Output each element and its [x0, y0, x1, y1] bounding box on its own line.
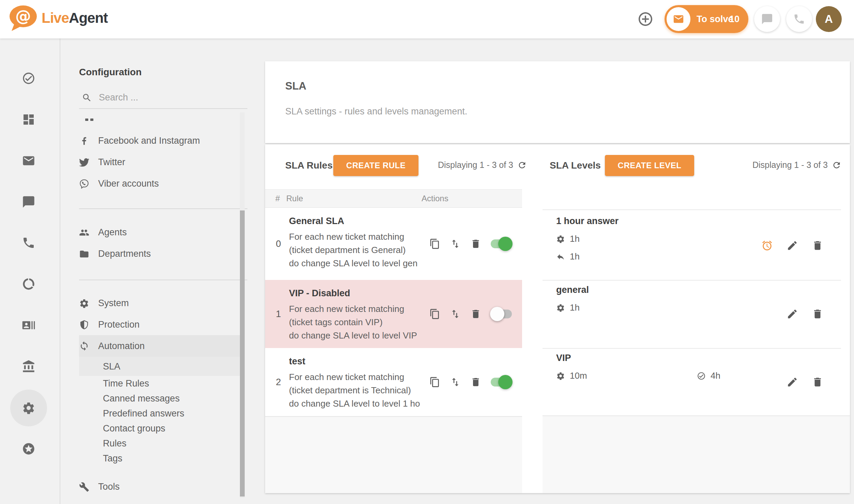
- add-new-button[interactable]: [632, 6, 658, 32]
- sidebar-item-predefined-answers[interactable]: Predefined answers: [79, 406, 240, 421]
- rule-enabled-toggle[interactable]: [491, 310, 512, 318]
- rail-dashboard-icon[interactable]: [22, 113, 35, 126]
- rule-index: 2: [273, 348, 284, 416]
- gear-icon: [556, 372, 565, 380]
- to-solve-label: To solve: [697, 5, 733, 33]
- viber-icon: [79, 179, 89, 189]
- sidebar-item-canned-messages[interactable]: Canned messages: [79, 391, 240, 406]
- rule-line: For each new ticket matching: [289, 302, 431, 316]
- rail-customers-icon[interactable]: [22, 318, 35, 332]
- folder-icon: [79, 249, 89, 259]
- sidebar-item-protection[interactable]: Protection: [79, 314, 240, 335]
- edit-icon[interactable]: [787, 308, 798, 320]
- liveagent-logo[interactable]: @ LiveAgent: [8, 5, 108, 31]
- level-meta-value: 4h: [711, 371, 720, 381]
- rule-row[interactable]: 1 VIP - Disabled For each new ticket mat…: [265, 280, 522, 348]
- edit-icon[interactable]: [787, 376, 798, 388]
- svg-text:@: @: [15, 7, 31, 25]
- rule-enabled-toggle[interactable]: [491, 239, 512, 248]
- sidebar-item-label: Departments: [98, 249, 151, 259]
- sidebar-item-departments[interactable]: Departments: [79, 243, 240, 265]
- avatar[interactable]: A: [816, 6, 842, 32]
- sidebar-item-label: Tools: [98, 482, 120, 492]
- sidebar-item-label: Agents: [98, 227, 127, 238]
- rule-content: VIP - Disabled For each new ticket match…: [289, 287, 431, 342]
- rule-enabled-toggle[interactable]: [491, 378, 512, 387]
- sidebar-item-agents[interactable]: Agents: [79, 222, 240, 243]
- create-level-button[interactable]: CREATE LEVEL: [605, 155, 694, 176]
- copy-icon[interactable]: [429, 309, 440, 319]
- rule-content: General SLA For each new ticket matching…: [289, 215, 431, 270]
- avatar-initial: A: [825, 13, 833, 26]
- sidebar-item-contact-groups[interactable]: Contact groups: [79, 421, 240, 436]
- config-panel-title: Configuration: [79, 67, 142, 78]
- rail-tickets-icon[interactable]: [22, 72, 35, 85]
- rule-actions: [429, 377, 512, 388]
- reorder-icon[interactable]: [450, 309, 461, 319]
- rail-divider: [60, 38, 60, 504]
- level-name: general: [556, 285, 589, 295]
- sidebar-item-tools[interactable]: Tools: [79, 476, 240, 498]
- calls-button[interactable]: [786, 6, 812, 32]
- config-scrollbar-thumb[interactable]: [240, 210, 245, 497]
- check-circle-icon: [697, 372, 706, 380]
- sidebar-item-label: Time Rules: [103, 378, 149, 389]
- rule-line: do change SLA level to level 1 ho: [289, 397, 431, 410]
- level-resolve-meta: 4h: [697, 371, 720, 381]
- sidebar-item-rules[interactable]: Rules: [79, 436, 240, 451]
- trash-icon[interactable]: [470, 238, 481, 249]
- edit-icon[interactable]: [787, 240, 798, 251]
- to-solve-bubble: [667, 7, 690, 31]
- level-actions: [787, 308, 823, 320]
- add-circle-icon: [637, 11, 654, 27]
- to-solve-button[interactable]: To solve 10: [665, 5, 748, 33]
- trash-icon[interactable]: [812, 240, 823, 251]
- chat-bubble-icon: [761, 13, 773, 25]
- chats-button[interactable]: [754, 6, 780, 32]
- menu-divider: [79, 208, 247, 209]
- rail-phone-icon[interactable]: [22, 236, 35, 250]
- sidebar-item-twitter[interactable]: Twitter: [79, 152, 240, 173]
- sidebar-item-label: Automation: [98, 341, 145, 351]
- rule-line: (ticket department is General): [289, 243, 431, 257]
- sidebar-item-viber[interactable]: Viber accounts: [79, 173, 240, 194]
- level-divider: [543, 280, 841, 281]
- phone-icon: [793, 13, 805, 25]
- sidebar-item-sla[interactable]: SLA: [79, 357, 240, 376]
- trash-icon[interactable]: [812, 376, 823, 388]
- rail-chat-icon[interactable]: [22, 195, 35, 209]
- sidebar-item-system[interactable]: System: [79, 293, 240, 314]
- copy-icon[interactable]: [429, 377, 440, 388]
- search-input[interactable]: [98, 89, 229, 106]
- refresh-icon[interactable]: [517, 160, 527, 170]
- partial-scrolled-item-icon: [85, 119, 93, 121]
- sidebar-item-time-rules[interactable]: Time Rules: [79, 376, 240, 391]
- rail-academy-icon[interactable]: [22, 360, 35, 373]
- sidebar-item-automation[interactable]: Automation: [79, 335, 240, 357]
- rail-settings-icon[interactable]: [22, 401, 35, 415]
- levels-displaying: Displaying 1 - 3 of 3: [752, 160, 841, 170]
- sidebar-item-label: Rules: [103, 438, 126, 449]
- rule-row[interactable]: 2 test For each new ticket matching (tic…: [265, 348, 522, 416]
- rule-line: For each new ticket matching: [289, 230, 431, 243]
- rule-actions: [429, 309, 512, 319]
- trash-icon[interactable]: [470, 309, 481, 319]
- refresh-icon[interactable]: [832, 160, 841, 170]
- rail-reports-icon[interactable]: [22, 277, 35, 291]
- page-subtitle: SLA settings - rules and levels manageme…: [285, 106, 467, 117]
- toggle-knob: [498, 375, 513, 389]
- copy-icon[interactable]: [429, 238, 440, 249]
- rail-mail-icon[interactable]: [22, 154, 35, 168]
- trash-icon[interactable]: [812, 308, 823, 320]
- top-bar: @ LiveAgent To solve 10 A: [0, 0, 854, 38]
- rule-row[interactable]: 0 General SLA For each new ticket matchi…: [265, 208, 522, 280]
- alarm-icon[interactable]: [761, 240, 773, 251]
- create-rule-button[interactable]: CREATE RULE: [333, 155, 418, 176]
- reorder-icon[interactable]: [450, 238, 461, 249]
- sidebar-item-tags[interactable]: Tags: [79, 451, 240, 466]
- reorder-icon[interactable]: [450, 377, 461, 388]
- rail-starred-icon[interactable]: [22, 442, 35, 456]
- sidebar-item-facebook[interactable]: Facebook and Instagram: [79, 130, 240, 152]
- trash-icon[interactable]: [470, 377, 481, 388]
- rule-index: 1: [273, 280, 284, 348]
